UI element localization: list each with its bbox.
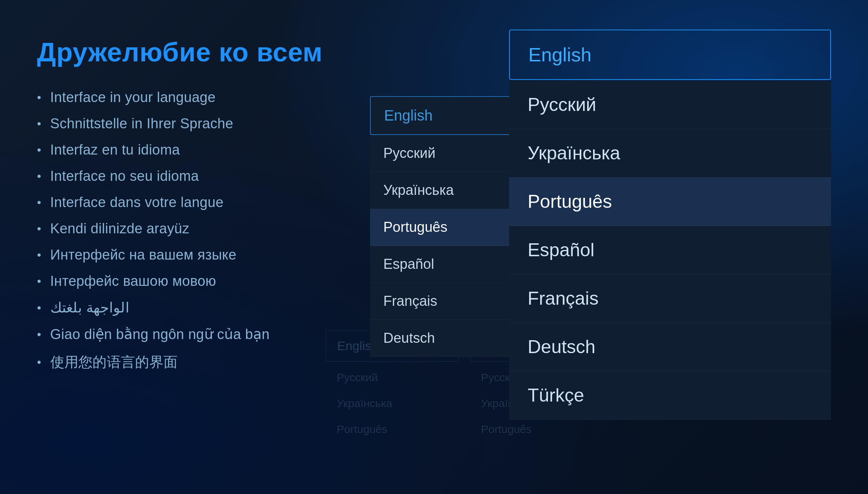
main-item-turkish[interactable]: Türkçe xyxy=(509,371,831,420)
bullet-item: Giao diện bằng ngôn ngữ của bạn xyxy=(37,326,340,342)
left-panel: Дружелюбие ко всем Interface in your lan… xyxy=(37,30,340,464)
ghost-item-1-2: Українська xyxy=(326,390,459,416)
main-item-ukrainian[interactable]: Українська xyxy=(509,129,831,177)
right-area: English Русский Українська Português Eng… xyxy=(363,30,831,464)
bullet-item: Kendi dilinizde arayüz xyxy=(37,221,340,237)
dropdown-main-list: Русский Українська Português Español Fra… xyxy=(509,81,831,420)
main-item-russian[interactable]: Русский xyxy=(509,81,831,129)
language-list: Interface in your languageSchnittstelle … xyxy=(37,89,340,372)
main-item-german[interactable]: Deutsch xyxy=(509,323,831,371)
dropdown-main: English Русский Українська Português Esp… xyxy=(509,30,831,420)
bullet-item: Интерфейс на вашем языке xyxy=(37,247,340,263)
ghost-item-1-1: Русский xyxy=(326,365,459,390)
ghost-item-2-3: Português xyxy=(470,416,603,442)
bullet-item: Interface no seu idioma xyxy=(37,168,340,184)
bullet-item: 使用您的语言的界面 xyxy=(37,353,340,372)
page-title: Дружелюбие ко всем xyxy=(37,37,340,67)
main-item-portuguese[interactable]: Português xyxy=(509,177,831,226)
ghost-item-1-3: Português xyxy=(326,416,459,442)
main-item-french[interactable]: Français xyxy=(509,274,831,323)
bullet-item: Інтерфейс вашою мовою xyxy=(37,273,340,289)
bullet-item: Interfaz en tu idioma xyxy=(37,142,340,158)
bullet-item: Interface in your language xyxy=(37,89,340,105)
main-item-spanish[interactable]: Español xyxy=(509,226,831,274)
bullet-item: Schnittstelle in Ihrer Sprache xyxy=(37,116,340,132)
bullet-item: الواجهة بلغتك xyxy=(37,300,340,316)
dropdown-main-selected[interactable]: English xyxy=(509,30,831,80)
bullet-item: Interface dans votre langue xyxy=(37,194,340,210)
